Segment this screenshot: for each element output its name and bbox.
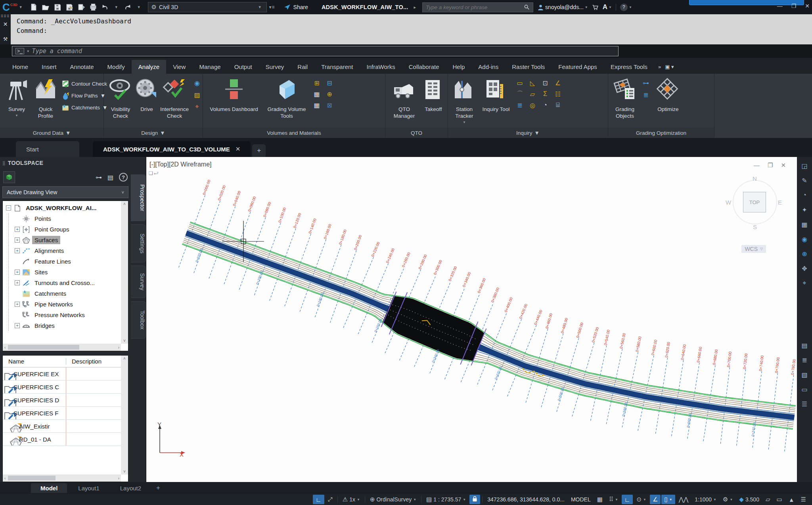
interference-check-button[interactable]: InterferenceCheck — [160, 77, 189, 119]
preview-pane-icon[interactable]: ▤ — [107, 174, 113, 181]
tree-item-alignments[interactable]: +Alignments — [3, 245, 121, 256]
status-grid-display[interactable]: ▦ — [594, 495, 605, 504]
tree-item-pipe-networks[interactable]: +Pipe Networks — [3, 299, 121, 310]
ribbon-collapse-icon[interactable]: ▣ ▾ — [665, 64, 674, 70]
time-icon[interactable]: ◔ — [541, 101, 550, 109]
column-header-description[interactable]: Description — [66, 358, 128, 365]
quick-calc-icon[interactable]: ⊡ — [541, 78, 550, 87]
close-command-icon[interactable]: ✕ — [0, 21, 11, 27]
expand-icon[interactable]: + — [15, 227, 20, 232]
panel-title-grading-optimization[interactable]: Grading Optimization — [608, 128, 714, 138]
redo-button[interactable] — [124, 3, 132, 11]
status-graphics-performance[interactable]: ▭ — [774, 495, 785, 504]
zoom-extents-icon[interactable]: ▤ — [800, 340, 809, 350]
new-drawing-button[interactable] — [30, 3, 38, 11]
measure-icon[interactable]: ▭ — [800, 384, 809, 394]
toolspace-tab-survey[interactable]: Survey — [131, 266, 146, 298]
orbit-icon[interactable]: ◔ — [800, 190, 809, 200]
ribbon-tab-survey[interactable]: Survey — [259, 60, 291, 74]
status-isometric-drafting[interactable]: ⋀⋀ — [676, 495, 691, 504]
volumes-dashboard-button[interactable]: Volumes Dashboard — [207, 77, 261, 113]
tab-active-drawing[interactable]: ADSK_WORKFLOW_AIW_TO_C3D_VOLUME ✕ — [93, 141, 251, 157]
ribbon-tab-add-ins[interactable]: Add-ins — [471, 60, 505, 74]
layout-tab-layout1[interactable]: Layout1 — [69, 483, 109, 493]
status-model-space-toggle[interactable]: MODEL — [568, 495, 594, 504]
ribbon-tab-insert[interactable]: Insert — [35, 60, 63, 74]
panel-title-ground-data[interactable]: Ground Data▼ — [0, 128, 103, 138]
viewport-minimize-icon[interactable]: — — [754, 162, 760, 169]
status-polar-tracking[interactable]: ⊙▼ — [634, 495, 649, 504]
toolspace-tab-settings[interactable]: Settings — [131, 224, 146, 262]
ribbon-overflow-icon[interactable]: » — [658, 64, 661, 70]
status-annotation-visibility[interactable]: ◆3.500 — [736, 495, 762, 504]
ribbon-tab-rail[interactable]: Rail — [291, 60, 314, 74]
material-volume-table-icon[interactable]: ⊞ — [312, 78, 321, 87]
wcs-selector[interactable]: WCS ▽ — [741, 245, 766, 253]
total-volume-table-icon[interactable]: ▦ — [312, 101, 321, 109]
ribbon-tab-manage[interactable]: Manage — [192, 60, 227, 74]
panel-title-design[interactable]: Design▼ — [104, 128, 203, 138]
calculator-icon[interactable]: ⌸ — [553, 101, 562, 109]
minimize-button[interactable]: — — [777, 3, 783, 9]
pan-icon[interactable]: ⌖ — [800, 278, 809, 288]
undo-button[interactable] — [101, 3, 109, 11]
expand-icon[interactable]: + — [15, 323, 20, 328]
tree-vertical-scrollbar[interactable]: ˄˅ — [121, 201, 128, 344]
print-button[interactable] — [89, 3, 97, 11]
close-button[interactable]: ✕ — [805, 3, 810, 9]
viewcube-east[interactable]: E — [778, 199, 782, 206]
status-customization-menu[interactable]: ☰ — [798, 495, 809, 504]
undo-button-caret-icon[interactable]: ▼ — [115, 5, 118, 9]
viewport-controls-label[interactable]: [-][Top][2D Wireframe] — [149, 161, 211, 168]
search-icon[interactable] — [524, 4, 530, 10]
list-horizontal-scrollbar[interactable]: ‹› — [3, 474, 121, 482]
tree-item-adsk-workflow-ai[interactable]: −ADSK_WORKFLOW_AI... — [3, 203, 121, 213]
item-view-icon[interactable]: ⊶ — [96, 174, 102, 181]
measure-slope-icon[interactable]: ◺ — [528, 78, 537, 87]
view-selector-dropdown[interactable]: Active Drawing View ˅ — [2, 186, 128, 198]
expand-icon[interactable]: + — [15, 280, 20, 285]
viewport-close-icon[interactable]: ✕ — [781, 162, 786, 169]
app-menu-button[interactable]: C C3D ▼ — [2, 2, 24, 12]
app-store-button[interactable] — [592, 4, 599, 11]
tree-horizontal-scrollbar[interactable]: ‹› — [3, 344, 121, 351]
search-input[interactable] — [426, 4, 524, 10]
pointer-icon[interactable]: ✦ — [800, 205, 809, 214]
list-vertical-scrollbar[interactable]: ˄˅ — [121, 356, 128, 474]
optimize-button[interactable]: Optimize — [654, 77, 682, 113]
status-dynamic-input[interactable]: ▯▼ — [661, 495, 675, 504]
ribbon-tab-collaborate[interactable]: Collaborate — [402, 60, 446, 74]
drawing-viewport[interactable]: 0+000.000+020.000+020.000+040.000+060.00… — [146, 157, 797, 482]
tree-item-feature-lines[interactable]: +Feature Lines — [3, 256, 121, 267]
toolspace-title[interactable]: ⣿ TOOLSPACE — [0, 157, 131, 169]
list-properties-icon[interactable]: ≣ — [515, 101, 524, 109]
status-workspace-switching[interactable]: ⚙▼ — [720, 495, 735, 504]
ribbon-tab-view[interactable]: View — [166, 60, 192, 74]
visibility-check-button[interactable]: VisibilityCheck — [108, 77, 133, 119]
toolspace-tab-toolbox[interactable]: Toolbox — [131, 301, 146, 339]
expand-icon[interactable]: + — [15, 270, 20, 275]
infocenter-search[interactable] — [422, 2, 533, 12]
status-snap-mode[interactable]: ⠿▼ — [606, 495, 621, 504]
workspace-selector[interactable]: ⚙ Civil 3D ▼ — [148, 2, 267, 12]
measure-arc-icon[interactable]: ⌒ — [515, 90, 524, 98]
flow-paths-button[interactable]: Flow Paths ▼ — [62, 90, 107, 101]
command-history[interactable]: Command: _AeccVolumesDashboard Command: — [0, 14, 812, 44]
view-cube[interactable]: N S W E TOP — [730, 174, 781, 238]
grid-snap-icon[interactable]: ▧ — [800, 370, 809, 379]
ribbon-tab-modify[interactable]: Modify — [101, 60, 132, 74]
design-tool-icon[interactable]: ⌖ — [193, 102, 201, 111]
takeoff-button[interactable]: Takeoff — [423, 77, 444, 113]
tree-item-sites[interactable]: +Sites — [3, 267, 121, 277]
ribbon-tab-home[interactable]: Home — [6, 60, 35, 74]
section-volume-icon[interactable]: ⊠ — [325, 101, 334, 109]
status-object-snap[interactable]: ∠ — [650, 495, 661, 504]
layout-tab-layout2[interactable]: Layout2 — [111, 483, 151, 493]
tree-item-points[interactable]: +Points — [3, 213, 121, 224]
command-window-grip[interactable]: ⠿⠿⠿ ✕ ⚒ — [0, 14, 11, 44]
new-layout-button[interactable]: + — [152, 484, 164, 492]
sketch-measure-icon[interactable]: ✎ — [800, 176, 809, 185]
status-scale-lock[interactable] — [469, 495, 480, 504]
grading-hierarchy-icon[interactable]: ⊶ — [642, 78, 650, 87]
layout-grid-icon[interactable]: ▦ — [800, 220, 809, 229]
